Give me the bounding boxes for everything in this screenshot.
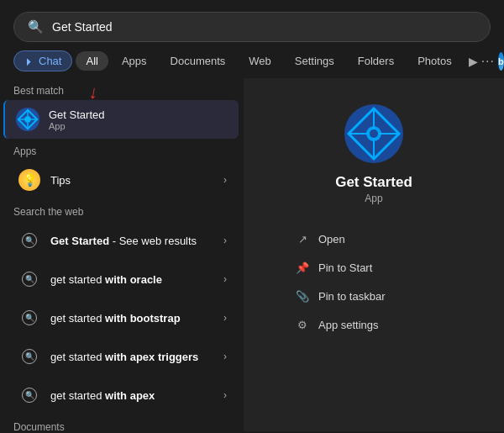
app-type: App: [365, 193, 382, 204]
action-app-settings-label: App settings: [318, 319, 379, 331]
tab-web[interactable]: Web: [239, 51, 281, 71]
action-open[interactable]: ↗ Open: [290, 224, 458, 253]
web-search-icon-3: 🔍: [17, 344, 42, 369]
action-pin-taskbar[interactable]: 📎 Pin to taskbar: [290, 282, 458, 310]
action-pin-taskbar-label: Pin to taskbar: [318, 290, 386, 303]
tab-chat[interactable]: ⏵ Chat: [13, 50, 72, 71]
web-result-4[interactable]: 🔍 get started with apex ›: [5, 376, 239, 415]
web-arrow-3: ›: [223, 351, 227, 362]
web-result-title-1: get started with oracle: [50, 273, 223, 286]
tab-all[interactable]: All: [76, 51, 108, 71]
app-settings-icon: ⚙: [295, 317, 310, 332]
svg-point-4: [24, 116, 31, 123]
best-match-item[interactable]: ↓ Get Started App: [3, 100, 239, 139]
web-search-icon-4: 🔍: [17, 383, 42, 408]
web-result-1[interactable]: 🔍 get started with oracle ›: [5, 260, 239, 298]
action-pin-start-label: Pin to Start: [318, 261, 372, 274]
apps-label: Apps: [0, 139, 244, 161]
action-list: ↗ Open 📌 Pin to Start 📎 Pin to taskbar ⚙…: [290, 224, 458, 339]
tab-photos-label: Photos: [417, 55, 451, 67]
tab-photos[interactable]: Photos: [407, 51, 461, 71]
web-label: Search the web: [0, 199, 244, 221]
pin-start-icon: 📌: [295, 260, 310, 275]
svg-point-10: [370, 129, 378, 138]
search-input[interactable]: [52, 20, 476, 34]
best-match-text: Get Started App: [49, 108, 227, 131]
action-open-label: Open: [318, 233, 345, 246]
search-bar: 🔍: [13, 12, 491, 42]
tips-icon: 💡: [17, 167, 42, 193]
web-result-text-4: get started with apex: [50, 389, 223, 402]
tab-settings[interactable]: Settings: [285, 51, 344, 71]
tab-chat-label: Chat: [39, 55, 61, 67]
main-layout: Best match ↓ Get Started App Apps: [0, 78, 504, 431]
web-result-text-0: Get Started - See web results: [50, 235, 223, 247]
open-icon: ↗: [295, 231, 310, 246]
app-name: Get Started: [335, 174, 412, 191]
web-arrow-1: ›: [223, 273, 227, 285]
filter-tabs: ⏵ Chat All Apps Documents Web Settings F…: [0, 50, 504, 71]
web-arrow-4: ›: [223, 389, 227, 401]
web-result-0[interactable]: 🔍 Get Started - See web results ›: [5, 221, 239, 260]
web-result-title-3: get started with apex triggers: [50, 351, 223, 363]
web-result-text-3: get started with apex triggers: [50, 351, 223, 363]
best-match-title: Get Started: [49, 108, 227, 121]
web-search-icon-1: 🔍: [17, 267, 42, 292]
tips-item[interactable]: 💡 Tips ›: [5, 161, 239, 199]
tab-all-label: All: [86, 55, 97, 67]
tab-documents-label: Documents: [171, 55, 226, 67]
tab-settings-label: Settings: [295, 55, 334, 67]
best-match-subtitle: App: [49, 121, 227, 131]
tips-arrow: ›: [223, 174, 227, 186]
pin-taskbar-icon: 📎: [295, 288, 310, 304]
tips-text: Tips: [50, 174, 223, 187]
right-panel: Get Started App ↗ Open 📌 Pin to Start 📎 …: [244, 78, 504, 431]
web-result-title-0: Get Started - See web results: [50, 235, 223, 247]
tips-title: Tips: [50, 174, 223, 187]
left-panel: Best match ↓ Get Started App Apps: [0, 78, 244, 431]
web-search-icon-0: 🔍: [17, 228, 42, 253]
tab-documents[interactable]: Documents: [160, 51, 236, 71]
more-options-button[interactable]: ···: [481, 54, 495, 69]
app-big-icon: [344, 103, 404, 164]
tab-apps[interactable]: Apps: [112, 51, 157, 71]
web-result-title-4: get started with apex: [50, 389, 223, 402]
tab-web-label: Web: [249, 55, 271, 67]
web-result-text-2: get started with bootstrap: [50, 312, 223, 325]
bing-icon[interactable]: b: [498, 52, 504, 71]
search-icon: 🔍: [28, 19, 44, 34]
web-search-icon-2: 🔍: [17, 305, 42, 330]
tab-folders-label: Folders: [358, 55, 394, 67]
tab-apps-label: Apps: [122, 55, 147, 67]
web-result-title-2: get started with bootstrap: [50, 312, 223, 325]
web-result-3[interactable]: 🔍 get started with apex triggers ›: [5, 337, 239, 376]
action-app-settings[interactable]: ⚙ App settings: [290, 310, 458, 339]
action-pin-start[interactable]: 📌 Pin to Start: [290, 253, 458, 282]
get-started-icon: [15, 107, 40, 132]
web-arrow-2: ›: [223, 312, 227, 324]
best-match-label: Best match: [0, 78, 244, 100]
web-result-2[interactable]: 🔍 get started with bootstrap ›: [5, 298, 239, 337]
documents-label: Documents: [0, 415, 244, 431]
web-result-text-1: get started with oracle: [50, 273, 223, 286]
tab-folders[interactable]: Folders: [348, 51, 404, 71]
web-arrow-0: ›: [223, 235, 227, 246]
chat-icon: ⏵: [24, 55, 34, 67]
play-button[interactable]: ▶: [469, 55, 478, 68]
